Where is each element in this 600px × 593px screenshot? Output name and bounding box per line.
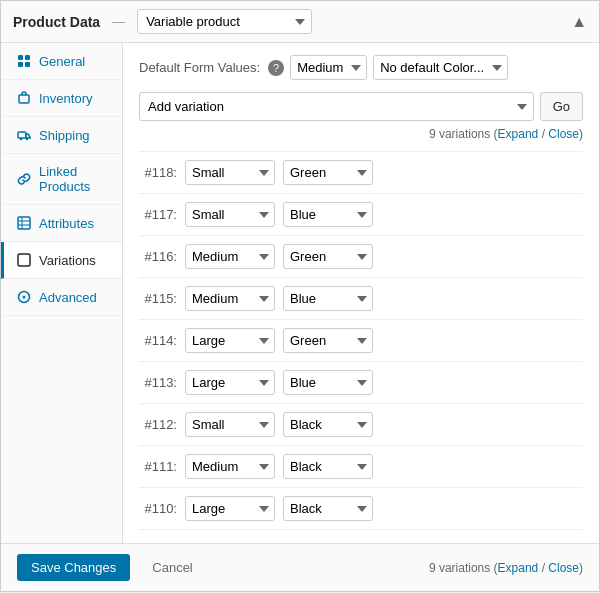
- link-icon: [16, 171, 32, 187]
- default-form-row: Default Form Values: ? Medium Small Larg…: [139, 55, 583, 80]
- sidebar-label-attributes: Attributes: [39, 216, 94, 231]
- svg-point-6: [20, 138, 22, 140]
- sidebar-item-general[interactable]: General: [1, 43, 122, 80]
- variation-id: #114:: [139, 333, 177, 348]
- svg-point-14: [23, 296, 26, 299]
- sidebar-label-linked-products: Linked Products: [39, 164, 110, 194]
- product-type-select[interactable]: Variable product Simple product Grouped …: [137, 9, 312, 34]
- variations-count-row: 9 variations (Expand / Close): [139, 127, 583, 141]
- sidebar-item-attributes[interactable]: Attributes: [1, 205, 122, 242]
- sidebar-item-shipping[interactable]: Shipping: [1, 117, 122, 154]
- sidebar-label-advanced: Advanced: [39, 290, 97, 305]
- variation-color-select[interactable]: GreenBlueBlack: [283, 328, 373, 353]
- attributes-icon: [16, 215, 32, 231]
- panel-header-left: Product Data — Variable product Simple p…: [13, 9, 312, 34]
- go-button[interactable]: Go: [540, 92, 583, 121]
- save-changes-button[interactable]: Save Changes: [17, 554, 130, 581]
- variation-color-select[interactable]: GreenBlueBlack: [283, 160, 373, 185]
- variation-size-select[interactable]: SmallMediumLarge: [185, 160, 275, 185]
- svg-rect-3: [25, 62, 30, 67]
- sidebar-item-inventory[interactable]: Inventory: [1, 80, 122, 117]
- size-default-select[interactable]: Medium Small Large: [290, 55, 367, 80]
- footer-variations-count: 9 variations: [429, 561, 490, 575]
- variation-row: #112:SmallMediumLargeGreenBlueBlack: [139, 404, 583, 446]
- variation-size-select[interactable]: SmallMediumLarge: [185, 244, 275, 269]
- variation-id: #112:: [139, 417, 177, 432]
- add-variation-select[interactable]: Add variation Create variations from all…: [139, 92, 534, 121]
- variations-icon: [16, 252, 32, 268]
- svg-rect-12: [18, 254, 30, 266]
- expand-link[interactable]: Expand: [498, 127, 539, 141]
- variation-row: #118:SmallMediumLargeGreenBlueBlack: [139, 151, 583, 194]
- panel-collapse-button[interactable]: ▲: [571, 13, 587, 31]
- variation-row: #116:SmallMediumLargeGreenBlueBlack: [139, 236, 583, 278]
- sidebar: General Inventory: [1, 43, 123, 543]
- svg-rect-8: [18, 217, 30, 229]
- variation-size-select[interactable]: SmallMediumLarge: [185, 412, 275, 437]
- sidebar-label-variations: Variations: [39, 253, 96, 268]
- panel-footer: Save Changes Cancel 9 variations (Expand…: [1, 543, 599, 591]
- variation-size-select[interactable]: SmallMediumLarge: [185, 286, 275, 311]
- inventory-icon: [16, 90, 32, 106]
- sidebar-label-inventory: Inventory: [39, 91, 92, 106]
- main-content: Default Form Values: ? Medium Small Larg…: [123, 43, 599, 543]
- panel-header: Product Data — Variable product Simple p…: [1, 1, 599, 43]
- variation-row: #114:SmallMediumLargeGreenBlueBlack: [139, 320, 583, 362]
- footer-expand-link[interactable]: Expand: [498, 561, 539, 575]
- variation-size-select[interactable]: SmallMediumLarge: [185, 328, 275, 353]
- variation-id: #117:: [139, 207, 177, 222]
- sidebar-item-advanced[interactable]: Advanced: [1, 279, 122, 316]
- svg-point-7: [26, 138, 28, 140]
- variation-size-select[interactable]: SmallMediumLarge: [185, 454, 275, 479]
- variation-id: #116:: [139, 249, 177, 264]
- panel-title: Product Data: [13, 14, 100, 30]
- variation-id: #113:: [139, 375, 177, 390]
- variation-size-select[interactable]: SmallMediumLarge: [185, 496, 275, 521]
- footer-right: 9 variations (Expand / Close): [429, 561, 583, 575]
- svg-rect-0: [18, 55, 23, 60]
- sidebar-label-shipping: Shipping: [39, 128, 90, 143]
- advanced-icon: [16, 289, 32, 305]
- shipping-icon: [16, 127, 32, 143]
- default-form-label: Default Form Values:: [139, 60, 260, 75]
- sidebar-label-general: General: [39, 54, 85, 69]
- help-tip[interactable]: ?: [268, 60, 284, 76]
- variation-color-select[interactable]: GreenBlueBlack: [283, 244, 373, 269]
- variation-row: #110:SmallMediumLargeGreenBlueBlack: [139, 488, 583, 530]
- footer-close-link[interactable]: Close: [548, 561, 579, 575]
- variation-id: #118:: [139, 165, 177, 180]
- variation-size-select[interactable]: SmallMediumLarge: [185, 202, 275, 227]
- variation-row: #113:SmallMediumLargeGreenBlueBlack: [139, 362, 583, 404]
- panel-body: General Inventory: [1, 43, 599, 543]
- svg-rect-2: [18, 62, 23, 67]
- variation-color-select[interactable]: GreenBlueBlack: [283, 370, 373, 395]
- cancel-button[interactable]: Cancel: [138, 554, 206, 581]
- footer-left: Save Changes Cancel: [17, 554, 207, 581]
- variation-id: #111:: [139, 459, 177, 474]
- variation-color-select[interactable]: GreenBlueBlack: [283, 412, 373, 437]
- panel-title-dash: —: [112, 14, 125, 29]
- product-data-panel: Product Data — Variable product Simple p…: [0, 0, 600, 592]
- variation-color-select[interactable]: GreenBlueBlack: [283, 202, 373, 227]
- variation-row: #115:SmallMediumLargeGreenBlueBlack: [139, 278, 583, 320]
- sidebar-item-linked-products[interactable]: Linked Products: [1, 154, 122, 205]
- variation-color-select[interactable]: GreenBlueBlack: [283, 286, 373, 311]
- color-default-select[interactable]: No default Color... Green Blue Black: [373, 55, 508, 80]
- svg-rect-1: [25, 55, 30, 60]
- variations-list: #118:SmallMediumLargeGreenBlueBlack#117:…: [139, 151, 583, 530]
- variations-count-text: 9 variations: [429, 127, 490, 141]
- close-link[interactable]: Close: [548, 127, 579, 141]
- grid-icon: [16, 53, 32, 69]
- svg-rect-4: [19, 95, 29, 103]
- variation-size-select[interactable]: SmallMediumLarge: [185, 370, 275, 395]
- variation-id: #115:: [139, 291, 177, 306]
- sidebar-item-variations[interactable]: Variations: [1, 242, 122, 279]
- variation-color-select[interactable]: GreenBlueBlack: [283, 454, 373, 479]
- variation-color-select[interactable]: GreenBlueBlack: [283, 496, 373, 521]
- add-variation-row: Add variation Create variations from all…: [139, 92, 583, 121]
- variation-row: #111:SmallMediumLargeGreenBlueBlack: [139, 446, 583, 488]
- svg-rect-5: [18, 132, 26, 138]
- variation-row: #117:SmallMediumLargeGreenBlueBlack: [139, 194, 583, 236]
- variation-id: #110:: [139, 501, 177, 516]
